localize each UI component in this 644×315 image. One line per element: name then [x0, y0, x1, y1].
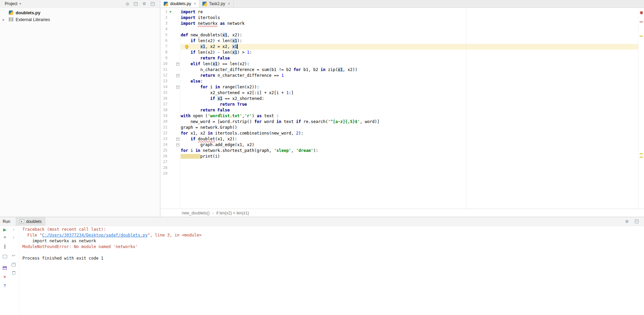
code-line[interactable]: for x1, x2 in itertools.combinations(new…	[181, 130, 638, 136]
code-line[interactable]: else:	[181, 78, 638, 84]
tab-close-icon[interactable]: ×	[194, 1, 196, 6]
code-line[interactable]: import networkx as network	[181, 21, 638, 27]
gutter-line[interactable]: 21	[161, 125, 180, 130]
code-line[interactable]: new_word = [word.rstrip() for word in te…	[181, 119, 638, 125]
code-line[interactable]: if x1 == x2_shortened:	[181, 96, 638, 102]
code-line[interactable]: if len(x2) - len(x1) > 1:	[181, 50, 638, 55]
run-line-icon[interactable]: ▶	[170, 10, 172, 13]
code-line[interactable]: import re	[181, 9, 638, 15]
restore-layout-icon[interactable]	[2, 265, 8, 271]
gutter-line[interactable]: 4	[161, 27, 180, 32]
gutter-line[interactable]: 1▶	[161, 9, 180, 15]
code-line[interactable]: graph.add_edge(x1, x2)	[181, 142, 638, 148]
gutter-line[interactable]: 13	[161, 78, 180, 84]
gutter-line[interactable]: 8	[161, 50, 180, 55]
gutter-line[interactable]: 11	[161, 67, 180, 73]
error-stripe-mark[interactable]	[640, 21, 643, 22]
fold-marker-icon[interactable]	[176, 86, 179, 89]
error-stripe-mark[interactable]	[640, 153, 643, 154]
chevron-right-icon[interactable]: ▸	[3, 18, 4, 21]
editor-tab-task2-py[interactable]: Task2.py×	[199, 0, 233, 7]
chevron-down-icon[interactable]: ▾	[19, 2, 21, 5]
error-stripe-mark[interactable]	[640, 157, 643, 158]
code-line[interactable]: n_character_difference = sum(b1 != b2 fo…	[181, 67, 638, 73]
code-line[interactable]: print(i)	[181, 154, 638, 159]
fold-marker-icon[interactable]	[176, 138, 179, 141]
gutter-line[interactable]: 20	[161, 119, 180, 125]
hide-panel-icon[interactable]	[635, 220, 639, 223]
gutter-line[interactable]: 22	[161, 130, 180, 136]
code-line[interactable]: graph = network.Graph()	[181, 125, 638, 130]
gutter-line[interactable]: 10	[161, 61, 180, 67]
project-tree-item[interactable]: doublets.py	[0, 9, 160, 16]
locate-file-icon[interactable]: ◎	[126, 1, 129, 6]
run-tab-doublets[interactable]: doublets	[16, 217, 46, 226]
breadcrumb-item[interactable]: new_doublets()	[182, 211, 210, 215]
down-stack-trace-icon[interactable]: ↓	[11, 234, 17, 240]
gutter-line[interactable]: 29	[161, 171, 180, 177]
error-stripe-mark[interactable]	[640, 36, 643, 37]
breadcrumb-item[interactable]: if len(x2) < len(x1)	[216, 211, 249, 215]
code-line[interactable]	[181, 165, 638, 171]
fold-marker-icon[interactable]	[176, 63, 179, 66]
soft-wrap-icon[interactable]: ↩	[11, 252, 17, 259]
gutter-line[interactable]: 17	[161, 102, 180, 107]
code-line[interactable]: if len(x2) < len(x1):	[181, 38, 638, 44]
code-line[interactable]	[181, 159, 638, 165]
code-line[interactable]: x2_shortened = x2[:i] + x2[i + 1:]	[181, 90, 638, 96]
project-panel-title[interactable]: Project	[5, 1, 17, 6]
code-line[interactable]: elif len(x1) == len(x2):	[181, 61, 638, 67]
gutter-line[interactable]: 27	[161, 159, 180, 165]
code-line[interactable]: return False	[181, 107, 638, 113]
fold-marker-icon[interactable]	[176, 143, 179, 146]
code-line[interactable]	[181, 27, 638, 32]
code-line[interactable]: import itertools	[181, 15, 638, 21]
up-stack-trace-icon[interactable]: ↑	[11, 227, 17, 233]
code-line[interactable]: def new_doublets(x1, x2):	[181, 32, 638, 38]
code-line[interactable]: return n_character_difference == 1	[181, 73, 638, 78]
gutter-line[interactable]: 19	[161, 113, 180, 119]
gutter-line[interactable]: 14	[161, 84, 180, 90]
hide-panel-icon[interactable]	[151, 2, 155, 6]
fold-marker-icon[interactable]	[176, 74, 179, 77]
code-line[interactable]: with open ('wordlist.txt','r') as text :	[181, 113, 638, 119]
code-line[interactable]: if doublet(x1, x2):	[181, 136, 638, 142]
project-tree-item[interactable]: ▸External Libraries	[0, 16, 160, 23]
gutter-line[interactable]: 16	[161, 96, 180, 102]
rerun-icon[interactable]: ▶	[2, 227, 8, 233]
gutter-line[interactable]: 25	[161, 148, 180, 154]
gutter-line[interactable]: 24	[161, 142, 180, 148]
stop-icon[interactable]: ■	[2, 234, 8, 240]
gutter-line[interactable]: 26	[161, 154, 180, 159]
editor-tab-doublets-py[interactable]: doublets.py×	[161, 0, 199, 7]
code-line[interactable]: x1, x2 = x2, x1	[181, 44, 638, 50]
gutter-line[interactable]: 9	[161, 55, 180, 61]
inspection-indicator-icon[interactable]	[640, 11, 643, 14]
tab-close-icon[interactable]: ×	[228, 1, 230, 6]
gutter-line[interactable]: 6	[161, 38, 180, 44]
console-file-link[interactable]: C:/Users/30377234/Desktop/sadaf/doublets…	[42, 233, 148, 238]
help-icon[interactable]: ?	[2, 283, 8, 289]
gutter-line[interactable]: 2	[161, 15, 180, 21]
code-line[interactable]: return False	[181, 55, 638, 61]
gutter-line[interactable]: 7	[161, 44, 180, 50]
code-area[interactable]: import reimport itertoolsimport networkx…	[181, 9, 638, 209]
close-icon[interactable]: ×	[2, 274, 8, 280]
print-icon[interactable]	[11, 261, 17, 267]
show-console-icon[interactable]	[2, 253, 8, 260]
settings-icon[interactable]: ⚙	[625, 219, 629, 224]
gutter-line[interactable]: 12	[161, 73, 180, 78]
code-line[interactable]: for i in network.shortest_path(graph, 's…	[181, 148, 638, 154]
clear-all-icon[interactable]	[11, 269, 17, 275]
collapse-all-icon[interactable]	[134, 2, 138, 6]
gutter-line[interactable]: 18	[161, 107, 180, 113]
editor-gutter[interactable]: 1▶23456789101112131415161718192021222324…	[161, 9, 180, 209]
console-output[interactable]: Traceback (most recent call last): File …	[22, 227, 644, 315]
gutter-line[interactable]: 5	[161, 32, 180, 38]
pause-output-icon[interactable]: ∥	[2, 243, 8, 249]
settings-icon[interactable]: ⚙	[142, 1, 146, 6]
gutter-line[interactable]: 23	[161, 136, 180, 142]
gutter-line[interactable]: 3	[161, 21, 180, 27]
code-line[interactable]: return True	[181, 102, 638, 107]
intention-bulb-icon[interactable]	[185, 45, 189, 48]
